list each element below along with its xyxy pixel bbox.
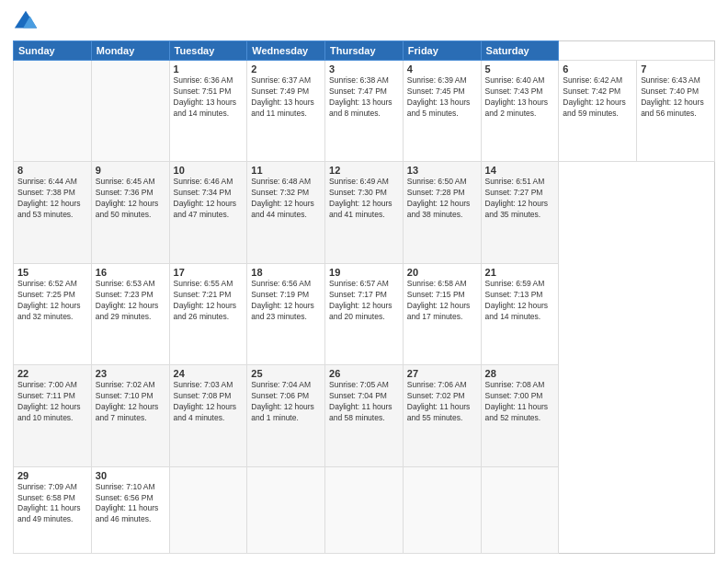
calendar-cell: 11Sunrise: 6:48 AMSunset: 7:32 PMDayligh… [247, 162, 325, 263]
day-info: Sunrise: 7:05 AMSunset: 7:04 PMDaylight:… [329, 380, 399, 424]
day-number: 16 [96, 267, 165, 278]
calendar-cell: 30Sunrise: 7:10 AMSunset: 6:56 PMDayligh… [91, 466, 169, 553]
day-number: 1 [174, 63, 244, 75]
calendar-cell: 18Sunrise: 6:56 AMSunset: 7:19 PMDayligh… [247, 263, 325, 364]
calendar-cell [91, 61, 169, 162]
day-number: 11 [251, 165, 321, 176]
day-info: Sunrise: 6:40 AMSunset: 7:43 PMDaylight:… [485, 75, 555, 120]
day-number: 27 [407, 368, 477, 379]
logo-icon [13, 9, 39, 35]
calendar-cell [481, 466, 559, 553]
day-number: 25 [251, 368, 321, 379]
day-info: Sunrise: 6:55 AMSunset: 7:21 PMDaylight:… [174, 279, 244, 323]
calendar-cell: 8Sunrise: 6:44 AMSunset: 7:38 PMDaylight… [14, 162, 92, 263]
weekday-header: Wednesday [247, 41, 325, 61]
day-info: Sunrise: 6:37 AMSunset: 7:49 PMDaylight:… [251, 75, 321, 120]
day-info: Sunrise: 6:50 AMSunset: 7:28 PMDaylight:… [407, 177, 477, 221]
day-number: 17 [174, 267, 244, 278]
calendar-cell: 24Sunrise: 7:03 AMSunset: 7:08 PMDayligh… [169, 365, 247, 466]
day-number: 3 [329, 63, 399, 75]
weekday-header: Saturday [481, 41, 559, 61]
day-info: Sunrise: 7:08 AMSunset: 7:00 PMDaylight:… [485, 380, 555, 424]
day-number: 18 [251, 267, 321, 278]
day-number: 4 [407, 63, 477, 75]
day-info: Sunrise: 6:58 AMSunset: 7:15 PMDaylight:… [407, 279, 477, 323]
calendar-cell: 20Sunrise: 6:58 AMSunset: 7:15 PMDayligh… [403, 263, 481, 364]
calendar-cell: 14Sunrise: 6:51 AMSunset: 7:27 PMDayligh… [481, 162, 559, 263]
calendar-cell: 4Sunrise: 6:39 AMSunset: 7:45 PMDaylight… [403, 61, 481, 162]
day-info: Sunrise: 6:39 AMSunset: 7:45 PMDaylight:… [407, 75, 477, 120]
day-number: 8 [17, 165, 87, 176]
day-number: 22 [17, 368, 87, 379]
day-number: 6 [563, 63, 632, 75]
day-info: Sunrise: 6:49 AMSunset: 7:30 PMDaylight:… [329, 177, 399, 221]
day-info: Sunrise: 7:04 AMSunset: 7:06 PMDaylight:… [251, 380, 321, 424]
calendar-cell: 21Sunrise: 6:59 AMSunset: 7:13 PMDayligh… [481, 263, 559, 364]
day-info: Sunrise: 6:46 AMSunset: 7:34 PMDaylight:… [174, 177, 244, 221]
day-number: 29 [17, 470, 87, 481]
day-number: 15 [17, 267, 87, 278]
day-number: 24 [174, 368, 244, 379]
weekday-header: Sunday [14, 41, 92, 61]
day-info: Sunrise: 7:02 AMSunset: 7:10 PMDaylight:… [96, 380, 165, 424]
weekday-header: Friday [403, 41, 481, 61]
calendar-cell: 9Sunrise: 6:45 AMSunset: 7:36 PMDaylight… [91, 162, 169, 263]
day-info: Sunrise: 6:43 AMSunset: 7:40 PMDaylight:… [641, 75, 711, 120]
day-info: Sunrise: 6:52 AMSunset: 7:25 PMDaylight:… [17, 279, 87, 323]
weekday-header: Monday [91, 41, 169, 61]
calendar-cell [325, 466, 404, 553]
calendar-cell: 25Sunrise: 7:04 AMSunset: 7:06 PMDayligh… [247, 365, 325, 466]
day-info: Sunrise: 6:42 AMSunset: 7:42 PMDaylight:… [563, 75, 632, 120]
calendar-cell: 27Sunrise: 7:06 AMSunset: 7:02 PMDayligh… [403, 365, 481, 466]
day-info: Sunrise: 7:09 AMSunset: 6:58 PMDaylight:… [17, 482, 87, 526]
day-number: 13 [407, 165, 477, 176]
day-number: 2 [251, 63, 321, 75]
calendar-cell: 23Sunrise: 7:02 AMSunset: 7:10 PMDayligh… [91, 365, 169, 466]
day-info: Sunrise: 6:53 AMSunset: 7:23 PMDaylight:… [96, 279, 165, 323]
day-info: Sunrise: 7:10 AMSunset: 6:56 PMDaylight:… [96, 482, 165, 526]
day-info: Sunrise: 6:59 AMSunset: 7:13 PMDaylight:… [485, 279, 555, 323]
calendar-cell: 2Sunrise: 6:37 AMSunset: 7:49 PMDaylight… [247, 61, 325, 162]
day-info: Sunrise: 6:57 AMSunset: 7:17 PMDaylight:… [329, 279, 399, 323]
day-info: Sunrise: 7:06 AMSunset: 7:02 PMDaylight:… [407, 380, 477, 424]
day-number: 20 [407, 267, 477, 278]
calendar-cell [247, 466, 325, 553]
day-number: 26 [329, 368, 399, 379]
day-number: 12 [329, 165, 399, 176]
calendar-cell: 17Sunrise: 6:55 AMSunset: 7:21 PMDayligh… [169, 263, 247, 364]
day-info: Sunrise: 6:56 AMSunset: 7:19 PMDaylight:… [251, 279, 321, 323]
page: SundayMondayTuesdayWednesdayThursdayFrid… [0, 0, 728, 563]
logo [13, 9, 41, 35]
calendar-cell: 3Sunrise: 6:38 AMSunset: 7:47 PMDaylight… [325, 61, 404, 162]
calendar-cell: 26Sunrise: 7:05 AMSunset: 7:04 PMDayligh… [325, 365, 404, 466]
calendar-cell: 15Sunrise: 6:52 AMSunset: 7:25 PMDayligh… [14, 263, 92, 364]
calendar-cell: 6Sunrise: 6:42 AMSunset: 7:42 PMDaylight… [559, 61, 637, 162]
calendar-cell: 5Sunrise: 6:40 AMSunset: 7:43 PMDaylight… [481, 61, 559, 162]
day-number: 7 [641, 63, 711, 75]
calendar-table: SundayMondayTuesdayWednesdayThursdayFrid… [13, 40, 715, 554]
calendar-cell [169, 466, 247, 553]
day-number: 28 [485, 368, 555, 379]
day-number: 9 [96, 165, 165, 176]
day-number: 23 [96, 368, 165, 379]
calendar-cell: 22Sunrise: 7:00 AMSunset: 7:11 PMDayligh… [14, 365, 92, 466]
calendar-cell: 16Sunrise: 6:53 AMSunset: 7:23 PMDayligh… [91, 263, 169, 364]
day-info: Sunrise: 6:45 AMSunset: 7:36 PMDaylight:… [96, 177, 165, 221]
calendar-cell: 28Sunrise: 7:08 AMSunset: 7:00 PMDayligh… [481, 365, 559, 466]
day-number: 10 [174, 165, 244, 176]
day-info: Sunrise: 6:48 AMSunset: 7:32 PMDaylight:… [251, 177, 321, 221]
day-number: 19 [329, 267, 399, 278]
calendar-cell [14, 61, 92, 162]
day-number: 5 [485, 63, 555, 75]
day-info: Sunrise: 6:44 AMSunset: 7:38 PMDaylight:… [17, 177, 87, 221]
weekday-header: Tuesday [169, 41, 247, 61]
day-info: Sunrise: 7:03 AMSunset: 7:08 PMDaylight:… [174, 380, 244, 424]
calendar-cell [403, 466, 481, 553]
calendar-cell: 12Sunrise: 6:49 AMSunset: 7:30 PMDayligh… [325, 162, 404, 263]
day-number: 21 [485, 267, 555, 278]
calendar-cell: 13Sunrise: 6:50 AMSunset: 7:28 PMDayligh… [403, 162, 481, 263]
weekday-header: Thursday [325, 41, 404, 61]
calendar-cell: 1Sunrise: 6:36 AMSunset: 7:51 PMDaylight… [169, 61, 247, 162]
calendar-cell: 7Sunrise: 6:43 AMSunset: 7:40 PMDaylight… [637, 61, 715, 162]
day-number: 14 [485, 165, 555, 176]
